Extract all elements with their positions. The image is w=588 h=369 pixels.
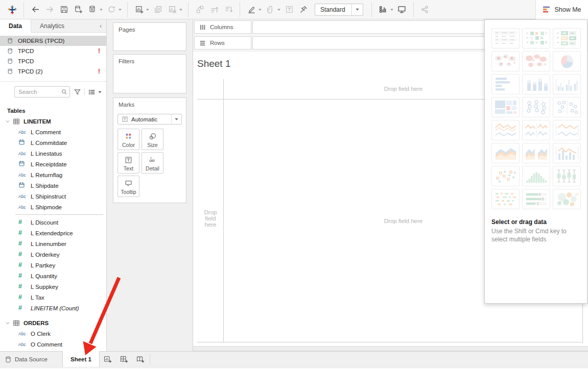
showme-heat-map-button[interactable] <box>522 28 550 48</box>
table-header-lineitem[interactable]: LINEITEM <box>0 116 106 127</box>
view-options-icon[interactable] <box>88 88 96 96</box>
datasource-item[interactable]: ORDERS (TPCD) <box>0 36 106 46</box>
field-item[interactable]: AbcL Shipinstruct <box>0 191 106 202</box>
showme-continuous-area-button[interactable] <box>491 143 520 163</box>
run-auto-updates-button[interactable] <box>104 2 119 17</box>
showme-bullet-graph-button[interactable] <box>522 189 550 209</box>
columns-shelf-droparea[interactable] <box>252 20 486 34</box>
field-item[interactable]: #L Suppkey <box>0 281 106 292</box>
new-worksheet-button-caret-icon[interactable] <box>145 2 151 17</box>
swap-rows-columns-button[interactable] <box>193 2 207 17</box>
datasource-item[interactable]: TPCD (2)! <box>0 66 106 77</box>
show-hide-cards-button-caret-icon[interactable] <box>389 2 395 17</box>
field-item[interactable]: AbcL Linestatus <box>0 148 106 159</box>
showme-text-table-button[interactable] <box>491 28 520 48</box>
field-item[interactable]: AbcL Shipmode <box>0 202 106 212</box>
showme-gantt-button[interactable] <box>491 189 520 209</box>
field-item[interactable]: #LINEITEM (Count) <box>0 303 106 313</box>
pages-shelf[interactable]: Pages <box>113 22 186 51</box>
showme-dual-combination-button[interactable] <box>553 143 581 163</box>
showme-side-by-side-bars-button[interactable] <box>553 74 581 94</box>
showme-stacked-bars-button[interactable] <box>522 74 550 94</box>
group-members-button-caret-icon[interactable] <box>276 2 282 17</box>
sort-ascending-button[interactable] <box>207 2 221 17</box>
datasource-item[interactable]: TPCD! <box>0 46 106 56</box>
pause-auto-updates-button-caret-icon[interactable] <box>98 2 104 17</box>
sheet1-tab[interactable]: Sheet 1 <box>62 351 100 367</box>
group-members-button[interactable] <box>263 2 277 17</box>
showme-side-by-side-circles-button[interactable] <box>553 97 581 117</box>
save-button[interactable] <box>57 2 71 17</box>
duplicate-sheet-button[interactable] <box>151 2 165 17</box>
new-story-tab-button[interactable] <box>132 352 149 367</box>
field-item[interactable]: L Commitdate <box>0 137 106 148</box>
new-dashboard-tab-button[interactable] <box>116 352 132 367</box>
showme-scatter-plot-button[interactable] <box>491 166 520 186</box>
redo-button[interactable] <box>42 2 57 17</box>
marks-detail-button[interactable]: Detail <box>142 152 163 174</box>
field-item[interactable]: #L Orderkey <box>0 249 106 260</box>
field-item[interactable]: AbcO Clerk <box>0 328 106 339</box>
field-item[interactable]: L Receiptdate <box>0 159 106 169</box>
fit-selector[interactable]: Standard <box>315 4 363 16</box>
field-item[interactable]: #L Quantity <box>0 270 106 281</box>
new-worksheet-button[interactable] <box>132 2 146 17</box>
datasource-item[interactable]: TPCD <box>0 56 106 66</box>
marks-text-button[interactable]: Text <box>117 152 139 174</box>
showme-dual-lines-button[interactable] <box>553 120 581 140</box>
field-item[interactable]: AbcL Returnflag <box>0 169 106 180</box>
showme-packed-bubbles-button[interactable] <box>553 189 581 209</box>
showme-horizontal-bars-button[interactable] <box>491 74 520 94</box>
showme-discrete-area-button[interactable] <box>522 143 550 163</box>
showme-continuous-lines-button[interactable] <box>491 120 520 140</box>
showme-treemap-button[interactable] <box>491 97 520 117</box>
drop-zone-rows[interactable]: Drop field here <box>199 209 222 228</box>
highlight-button[interactable] <box>244 2 258 17</box>
rows-shelf-droparea[interactable] <box>252 36 486 50</box>
show-hide-cards-button[interactable] <box>376 2 390 17</box>
field-item[interactable]: #L Linenumber <box>0 238 106 249</box>
show-me-toolbar-button[interactable]: Show Me <box>535 0 588 19</box>
tab-data[interactable]: Data <box>0 19 31 33</box>
field-item[interactable]: AbcO Comment <box>0 339 106 350</box>
undo-button[interactable] <box>28 2 42 17</box>
table-header-orders[interactable]: ORDERS <box>0 317 106 328</box>
new-data-source-button[interactable] <box>71 2 85 17</box>
showme-highlight-table-button[interactable] <box>553 28 581 48</box>
marks-color-button[interactable]: Color <box>117 129 139 150</box>
showme-discrete-lines-button[interactable] <box>522 120 550 140</box>
field-item[interactable]: AbcL Comment <box>0 127 106 137</box>
show-mark-labels-button[interactable] <box>282 2 296 17</box>
tab-analytics[interactable]: Analytics <box>31 19 73 32</box>
clear-sheet-button[interactable] <box>165 2 179 17</box>
view-options-caret-icon[interactable] <box>98 90 102 94</box>
filters-shelf[interactable]: Filters <box>113 54 186 93</box>
highlight-button-caret-icon[interactable] <box>257 2 263 17</box>
field-item[interactable]: #L Discount <box>0 217 106 228</box>
mark-type-dropdown[interactable]: Automatic <box>117 114 182 125</box>
showme-symbol-map-button[interactable] <box>491 51 520 71</box>
field-item[interactable]: #L Tax <box>0 292 106 303</box>
horizontal-scrollbar[interactable] <box>193 346 588 351</box>
showme-box-and-whisker-button[interactable] <box>553 166 581 186</box>
showme-pie-chart-button[interactable] <box>553 51 581 71</box>
pause-auto-updates-button[interactable] <box>85 2 100 17</box>
marks-size-button[interactable]: Size <box>142 129 163 150</box>
field-item[interactable]: L Shipdate <box>0 180 106 191</box>
marks-tooltip-button[interactable]: Tooltip <box>117 176 139 197</box>
clear-sheet-button-caret-icon[interactable] <box>178 2 184 17</box>
fix-axes-button[interactable] <box>296 2 311 17</box>
presentation-mode-button[interactable] <box>395 2 409 17</box>
filter-fields-icon[interactable] <box>74 88 81 96</box>
field-item[interactable]: #L Partkey <box>0 260 106 270</box>
new-worksheet-tab-button[interactable] <box>100 352 116 367</box>
showme-circle-views-button[interactable] <box>522 97 550 117</box>
showme-filled-map-button[interactable] <box>522 51 550 71</box>
share-button[interactable] <box>418 2 432 17</box>
sort-descending-button[interactable] <box>221 2 236 17</box>
collapse-pane-button[interactable]: ‹ <box>95 19 106 32</box>
showme-histogram-button[interactable] <box>522 166 550 186</box>
field-item[interactable]: #L Extendedprice <box>0 228 106 238</box>
run-auto-updates-button-caret-icon[interactable] <box>117 2 123 17</box>
data-source-tab[interactable]: Data Source <box>0 352 62 367</box>
